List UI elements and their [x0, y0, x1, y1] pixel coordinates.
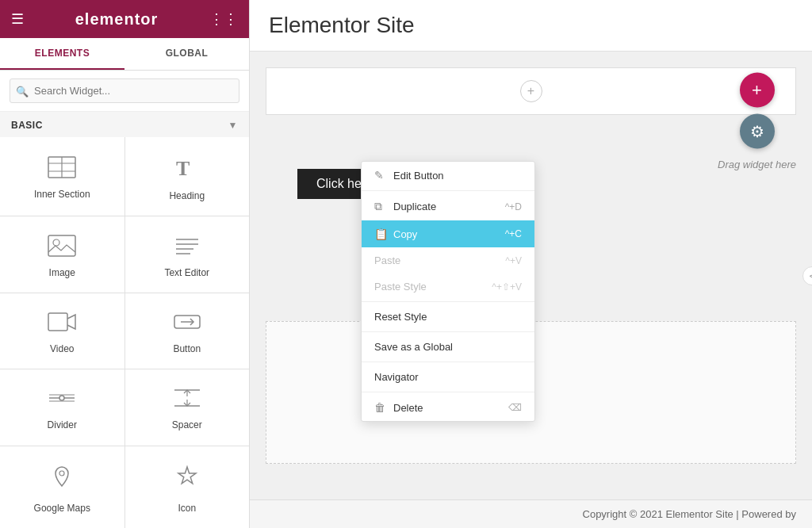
- edit-icon: ✎: [374, 169, 387, 182]
- sidebar-tabs: ELEMENTS GLOBAL: [0, 38, 249, 71]
- svg-text:T: T: [176, 157, 190, 180]
- widget-image[interactable]: Image: [0, 216, 124, 292]
- context-menu-paste[interactable]: Paste ^+V: [362, 247, 534, 274]
- paste-style-label: Paste Style: [374, 281, 427, 293]
- copy-label: Copy: [393, 228, 417, 240]
- sidebar-logo: elementor: [75, 10, 159, 29]
- context-menu: ✎ Edit Button ⧉ Duplicate ^+D 📋: [361, 161, 535, 422]
- widget-icon[interactable]: Icon: [125, 446, 250, 528]
- divider-2: [362, 301, 534, 302]
- widget-google-maps-label: Google Maps: [34, 503, 90, 514]
- drag-widget-area: + ⚙ Drag widget here: [718, 73, 796, 170]
- sidebar-header: ☰ elementor ⋮⋮: [0, 0, 249, 38]
- search-container: 🔍: [0, 71, 249, 112]
- widget-video-label: Video: [50, 343, 74, 354]
- search-wrapper: 🔍: [10, 78, 239, 103]
- widget-text-editor[interactable]: Text Editor: [125, 216, 250, 292]
- dup-shortcut: ^+D: [505, 201, 522, 212]
- paste-style-shortcut: ^+⇧+V: [492, 281, 522, 293]
- collapse-handle[interactable]: <: [802, 266, 812, 285]
- widget-inner-section[interactable]: Inner Section: [0, 137, 124, 216]
- image-icon: [48, 235, 76, 261]
- divider-3: [362, 331, 534, 332]
- google-maps-icon: [48, 464, 76, 496]
- widgets-grid: Inner Section T Heading Image: [0, 137, 249, 528]
- widget-divider[interactable]: Divider: [0, 369, 124, 445]
- widget-button[interactable]: Button: [125, 293, 250, 369]
- widget-google-maps[interactable]: Google Maps: [0, 446, 124, 528]
- search-icon: 🔍: [16, 85, 29, 97]
- sidebar: ☰ elementor ⋮⋮ ELEMENTS GLOBAL 🔍 BASIC ▼: [0, 0, 250, 528]
- text-editor-icon: [173, 235, 201, 261]
- divider-4: [362, 362, 534, 362]
- context-menu-save-global[interactable]: Save as a Global: [362, 334, 534, 360]
- context-menu-duplicate[interactable]: ⧉ Duplicate ^+D: [362, 193, 534, 220]
- navigator-label: Navigator: [374, 371, 419, 383]
- footer: Copyright © 2021 Elementor Site | Powere…: [250, 499, 812, 528]
- dup-label: Duplicate: [393, 201, 436, 212]
- drag-settings-button[interactable]: ⚙: [740, 114, 775, 149]
- grid-icon[interactable]: ⋮⋮: [209, 10, 238, 28]
- delete-label: Delete: [393, 402, 423, 414]
- svg-rect-5: [48, 235, 75, 256]
- spacer-icon: [173, 387, 201, 413]
- main-header: Elementor Site: [250, 0, 812, 52]
- tab-global[interactable]: GLOBAL: [124, 38, 249, 70]
- widget-spacer[interactable]: Spacer: [125, 369, 250, 445]
- svg-rect-11: [48, 313, 67, 331]
- paste-shortcut: ^+V: [505, 255, 522, 266]
- context-menu-copy[interactable]: 📋 Copy ^+C: [362, 220, 534, 247]
- main-area: Elementor Site + Click here ✎ Edit Butto…: [250, 0, 812, 528]
- nav-menu-left: Navigator: [374, 371, 419, 383]
- context-menu-navigator[interactable]: Navigator: [362, 364, 534, 390]
- widget-button-label: Button: [173, 343, 201, 354]
- drag-widget-text: Drag widget here: [718, 159, 796, 170]
- basic-label-text: BASIC: [11, 120, 43, 131]
- drag-add-button[interactable]: +: [740, 73, 775, 108]
- widget-spacer-label: Spacer: [172, 419, 202, 430]
- widget-image-label: Image: [49, 267, 75, 278]
- divider-5: [362, 392, 534, 392]
- paste-style-menu-left: Paste Style: [374, 281, 427, 293]
- plus-icon: +: [527, 84, 534, 98]
- search-input[interactable]: [10, 78, 239, 103]
- widget-video[interactable]: Video: [0, 293, 124, 369]
- chevron-down-icon[interactable]: ▼: [228, 120, 238, 131]
- section-basic-label: BASIC ▼: [0, 112, 249, 137]
- canvas-area: + Click here ✎ Edit Button: [250, 52, 812, 499]
- button-icon: [173, 311, 201, 337]
- footer-text: Copyright © 2021 Elementor Site | Powere…: [583, 508, 796, 520]
- save-global-label: Save as a Global: [374, 341, 453, 353]
- context-menu-delete[interactable]: 🗑 Delete ⌫: [362, 394, 534, 421]
- duplicate-icon: ⧉: [374, 200, 387, 213]
- drag-settings-icon: ⚙: [750, 122, 764, 141]
- copy-icon: 📋: [374, 228, 387, 240]
- delete-icon: 🗑: [374, 401, 387, 414]
- widget-heading-label: Heading: [169, 190, 205, 201]
- copy-menu-left: 📋 Copy: [374, 228, 417, 240]
- hamburger-icon[interactable]: ☰: [11, 10, 24, 28]
- widget-divider-label: Divider: [48, 419, 77, 430]
- tab-elements[interactable]: ELEMENTS: [0, 38, 124, 70]
- widget-heading[interactable]: T Heading: [125, 137, 250, 216]
- drag-plus-icon: +: [752, 80, 762, 101]
- edit-menu-left: ✎ Edit Button: [374, 169, 444, 182]
- reset-menu-left: Reset Style: [374, 311, 427, 323]
- video-icon: [48, 311, 76, 337]
- widget-inner-section-label: Inner Section: [34, 189, 90, 200]
- add-section-button[interactable]: +: [520, 80, 542, 102]
- paste-menu-left: Paste: [374, 254, 400, 266]
- divider-1: [362, 190, 534, 191]
- svg-point-23: [59, 471, 64, 476]
- svg-point-15: [59, 396, 64, 400]
- canvas-section-top: +: [266, 67, 796, 115]
- svg-point-6: [53, 239, 59, 246]
- delete-shortcut: ⌫: [508, 402, 522, 413]
- widget-icon-label: Icon: [178, 503, 196, 514]
- context-menu-reset-style[interactable]: Reset Style: [362, 304, 534, 330]
- page-title: Elementor Site: [269, 13, 415, 37]
- context-menu-paste-style[interactable]: Paste Style ^+⇧+V: [362, 274, 534, 300]
- context-menu-edit[interactable]: ✎ Edit Button: [362, 162, 534, 189]
- del-menu-left: 🗑 Delete: [374, 401, 423, 414]
- widget-text-editor-label: Text Editor: [164, 267, 209, 278]
